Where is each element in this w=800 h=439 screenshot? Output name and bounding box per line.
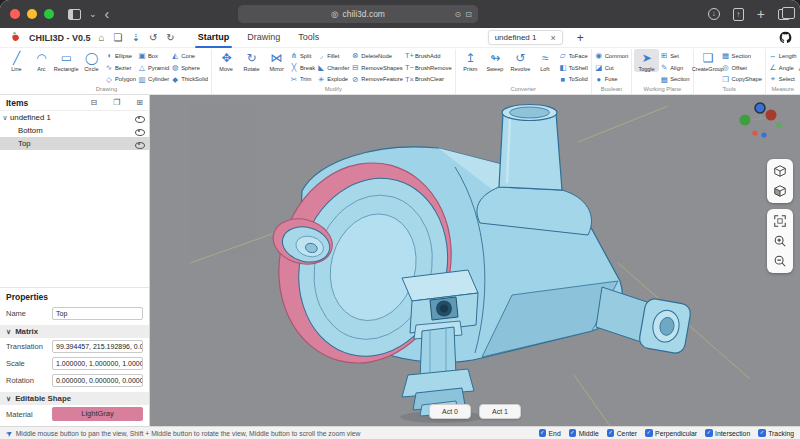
new-group-icon[interactable]: ❐	[113, 98, 120, 107]
remove-shapes-button[interactable]: ⊟RemoveShapes	[350, 62, 404, 74]
rotation-field[interactable]: 0.000000, 0.000000, 0.000000	[52, 374, 143, 387]
box-button[interactable]: ▣Box	[137, 50, 170, 62]
gizmo-x-axis[interactable]	[766, 110, 777, 121]
gizmo-x-neg[interactable]	[752, 130, 757, 135]
polygon-button[interactable]: ◇Polygon	[104, 73, 137, 85]
explode-button[interactable]: ✳Explode	[316, 73, 350, 85]
visibility-eye-icon[interactable]	[134, 113, 144, 123]
create-group-button[interactable]: ❏CreateGroup	[696, 49, 721, 72]
home-icon[interactable]: ⌂	[99, 32, 105, 43]
site-permission-icon[interactable]: ⊡	[465, 10, 472, 19]
undo-icon[interactable]: ↺	[149, 32, 157, 43]
snap-intersection[interactable]: ✓Intersection	[705, 429, 750, 437]
checkbox-icon[interactable]: ✓	[539, 429, 547, 437]
sweep-button[interactable]: ↬Sweep	[483, 49, 508, 72]
cylinder-button[interactable]: ▥Cylinder	[137, 73, 170, 85]
prism-button[interactable]: ↥Prism	[458, 49, 483, 72]
gizmo-y-neg[interactable]	[776, 122, 781, 127]
arc-button[interactable]: ◠Arc	[29, 49, 54, 72]
redo-icon[interactable]: ↻	[166, 32, 174, 43]
cut-button[interactable]: ◪Cut	[594, 62, 630, 74]
move-button[interactable]: ✥Move	[214, 49, 239, 72]
rectangle-button[interactable]: ▭Rectangle	[54, 49, 79, 72]
rotate-button[interactable]: ↻Rotate	[239, 49, 264, 72]
fuse-button[interactable]: ●Fuse	[594, 73, 630, 85]
loft-button[interactable]: ≈Loft	[533, 49, 558, 72]
remove-feature-button[interactable]: ⊘RemoveFeature	[350, 73, 404, 85]
minimize-window-button[interactable]	[27, 9, 37, 19]
sphere-button[interactable]: ◍Sphere	[170, 62, 209, 74]
editable-shape-section-header[interactable]: ∨ Editable Shape	[0, 392, 149, 405]
section-button[interactable]: ▦Section	[659, 73, 690, 85]
save-icon[interactable]: ❏	[114, 32, 123, 43]
tree-item-undefined-1[interactable]: ∨undefined 1	[0, 111, 149, 124]
browser-sidebar-icon[interactable]	[68, 9, 81, 20]
pyramid-button[interactable]: △Pyramid	[137, 62, 170, 74]
align-button[interactable]: ✎Align	[659, 62, 690, 74]
viewport-3d[interactable]: Act 0Act 1	[150, 95, 800, 426]
offset-button[interactable]: ◎Offset	[721, 62, 763, 74]
zoom-out-button[interactable]	[769, 251, 791, 271]
address-bar[interactable]: ◎ chili3d.com ⊙⊡	[238, 5, 478, 23]
section-button[interactable]: ▦Section	[721, 50, 763, 62]
chevron-down-icon[interactable]: ∨	[0, 114, 10, 122]
checkbox-icon[interactable]: ✓	[569, 429, 577, 437]
new-tab-button[interactable]: +	[757, 0, 765, 28]
trim-button[interactable]: ✂Trim	[289, 73, 316, 85]
select-button[interactable]: ⌖Select	[768, 73, 798, 85]
brush-add-button[interactable]: T+BrushAdd	[404, 50, 453, 62]
matrix-section-header[interactable]: ∨ Matrix	[0, 325, 149, 338]
chevron-down-icon[interactable]: ⌄	[89, 0, 97, 28]
checkbox-icon[interactable]: ✓	[607, 429, 615, 437]
cone-button[interactable]: ◭Cone	[170, 50, 209, 62]
site-permission-icons[interactable]: ⊙⊡	[455, 10, 472, 19]
checkbox-icon[interactable]: ✓	[758, 429, 766, 437]
bezier-button[interactable]: ∿Bezier	[104, 62, 137, 74]
zoom-to-fit-button[interactable]	[769, 211, 791, 231]
flange-plate[interactable]	[638, 297, 692, 354]
brush-clear-button[interactable]: T×BrushClear	[404, 73, 453, 85]
snap-perpendicular[interactable]: ✓Perpendicular	[645, 429, 697, 437]
share-button[interactable]: ↑	[733, 8, 744, 21]
tree-item-top[interactable]: Top	[0, 137, 149, 150]
tab-startup[interactable]: Startup	[189, 28, 239, 48]
downloads-button[interactable]: ↓	[708, 8, 720, 20]
new-document-button[interactable]: +	[577, 31, 584, 45]
copy-shape-button[interactable]: ❐CopyShape	[721, 73, 763, 85]
gizmo-z-neg[interactable]	[761, 132, 766, 137]
line-button[interactable]: ╱Line	[4, 49, 29, 72]
to-solid-button[interactable]: ■ToSolid	[558, 73, 589, 85]
chamfer-button[interactable]: ◣Chamfer	[316, 62, 350, 74]
delete-node-button[interactable]: ⊗DeleteNode	[350, 50, 404, 62]
orientation-gizmo[interactable]	[728, 101, 788, 143]
translation-field[interactable]: 99.394457, 215.192896, 0.00000	[52, 340, 143, 353]
set-button[interactable]: ⊞Set	[659, 50, 690, 62]
perspective-cube-button[interactable]	[769, 161, 791, 181]
brush-remove-button[interactable]: T−BrushRemove	[404, 62, 453, 74]
common-button[interactable]: ◉Common	[594, 50, 630, 62]
back-button[interactable]: ‹	[105, 0, 110, 28]
gizmo-z-axis[interactable]	[755, 103, 765, 113]
act-1-button[interactable]: Act 1	[479, 404, 521, 419]
revolve-button[interactable]: ↺Revolve	[508, 49, 533, 72]
break-button[interactable]: ╳Break	[289, 62, 316, 74]
zoom-window-button[interactable]	[44, 9, 54, 19]
github-icon[interactable]	[779, 31, 792, 44]
download-icon[interactable]: ⇣	[132, 32, 140, 43]
ellipse-button[interactable]: ◖Ellipse	[104, 50, 137, 62]
circle-button[interactable]: ◯Circle	[79, 49, 104, 72]
material-button[interactable]: LightGray	[52, 407, 143, 421]
checkbox-icon[interactable]: ✓	[645, 429, 653, 437]
snap-end[interactable]: ✓End	[539, 429, 561, 437]
close-window-button[interactable]	[10, 9, 20, 19]
split-button[interactable]: ⋔Split	[289, 50, 316, 62]
name-field[interactable]: Top	[52, 307, 143, 320]
collapse-all-icon[interactable]: ⊟	[90, 98, 97, 107]
tree-item-bottom[interactable]: Bottom	[0, 124, 149, 137]
length-button[interactable]: ↔Length	[768, 50, 798, 62]
site-permission-icon[interactable]: ⊙	[455, 10, 462, 19]
snap-center[interactable]: ✓Center	[607, 429, 637, 437]
visibility-eye-icon[interactable]	[134, 139, 144, 149]
close-document-icon[interactable]: ×	[550, 33, 555, 43]
snap-tracking[interactable]: ✓Tracking	[758, 429, 794, 437]
